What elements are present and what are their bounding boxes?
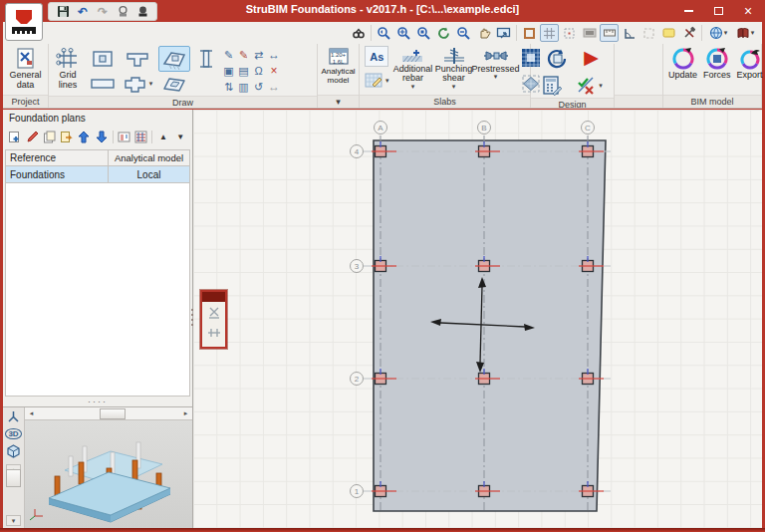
tools-button[interactable] [679, 24, 698, 42]
3d-preview-panel: 3D ▴ ▾ ◂ ▸ [3, 406, 192, 528]
bim-update-button[interactable]: Update [666, 46, 699, 82]
combined-footing-button[interactable]: ▾ [121, 72, 155, 96]
import-dxf-button[interactable] [117, 130, 129, 144]
analytical-model-button[interactable]: 1.20+ 1.6L Analytical model [319, 46, 357, 87]
analytical-icon-text2: 1.6L [333, 59, 345, 66]
texture-toggle[interactable] [580, 24, 599, 42]
prestressed-button[interactable]: Prestressed ▾ [475, 46, 517, 80]
web-button[interactable]: ▾ [705, 24, 731, 42]
axes-button[interactable] [5, 409, 22, 424]
print-button[interactable] [115, 4, 130, 19]
punching-shear-button[interactable]: Punching shear ▾ [435, 46, 473, 90]
array-button[interactable]: ▥ [238, 81, 248, 94]
redo-button[interactable]: ↷ [95, 4, 111, 19]
undo-button[interactable]: ↶ [75, 4, 91, 19]
ribbon-group-draw: Grid lines [49, 44, 318, 108]
edit-plan-button[interactable] [25, 130, 38, 144]
zoom-out-button[interactable] [454, 24, 473, 42]
stamp-button[interactable] [134, 4, 150, 19]
dimension-edit-button[interactable]: ↔ [268, 80, 280, 94]
snap-toggle[interactable] [560, 24, 579, 42]
move-button[interactable]: ⇄ [254, 49, 263, 62]
sidebar-splitter-grip[interactable] [190, 301, 194, 333]
export-plan-button[interactable] [60, 130, 73, 144]
plan-canvas[interactable]: ABC4321 [193, 110, 762, 528]
omega-edge-button[interactable]: Ω [254, 65, 262, 77]
zoom-extents-button[interactable] [414, 24, 433, 42]
float-tool-1-button[interactable] [203, 304, 224, 322]
close-button[interactable]: × [733, 0, 763, 22]
frame-toggle[interactable] [520, 24, 539, 42]
vertical-scroll-thumb[interactable] [6, 469, 21, 487]
check-results-button[interactable]: ▾ [574, 74, 605, 98]
bim-export-button[interactable]: Export [735, 46, 765, 82]
column-header-reference[interactable]: Reference [5, 149, 109, 166]
3d-view-button[interactable]: 3D [5, 426, 22, 441]
zoom-window-button[interactable] [394, 24, 413, 42]
delete-dimension-button[interactable]: × [270, 64, 277, 78]
pile-cap-button[interactable] [158, 46, 190, 72]
expand-panel-button[interactable]: ▼ [174, 130, 187, 144]
general-data-button[interactable]: General data [6, 46, 45, 92]
analytical-dropdown-caret[interactable]: ▾ [318, 95, 359, 108]
additional-rebar-button[interactable]: Additional rebar ▾ [393, 46, 433, 90]
maximize-button[interactable] [703, 0, 733, 22]
copy-button[interactable]: ▣ [223, 65, 233, 78]
horizontal-scroll-thumb[interactable] [100, 408, 126, 419]
search-button[interactable] [349, 24, 368, 42]
grid-toggle[interactable] [540, 24, 559, 42]
floating-toolbar[interactable] [200, 290, 227, 349]
cell-reference[interactable]: Foundations [5, 166, 109, 183]
foundation-plan-drawing[interactable]: ABC4321 [193, 110, 762, 528]
bim-forces-button[interactable]: Forces [701, 46, 733, 82]
scroll-down-button[interactable]: ▾ [6, 515, 21, 526]
save-button[interactable] [55, 4, 71, 19]
dimension-button[interactable]: ↔ [268, 48, 280, 62]
solid-view-button[interactable] [5, 443, 22, 458]
move-up-button[interactable] [78, 130, 91, 144]
mirror-button[interactable]: ▤ [238, 65, 248, 78]
minimize-button[interactable] [673, 0, 703, 22]
pan-button[interactable] [474, 24, 493, 42]
app-logo-icon[interactable] [5, 3, 43, 41]
column-button[interactable] [196, 46, 216, 72]
rebar-text-button[interactable]: As [365, 46, 388, 67]
beam-button[interactable] [88, 74, 118, 94]
scroll-right-button[interactable]: ▸ [179, 408, 192, 419]
ortho-toggle[interactable] [620, 24, 638, 42]
scroll-left-button[interactable]: ◂ [25, 408, 38, 419]
edit-pencil-button[interactable]: ✎ [224, 49, 233, 62]
rotate-button[interactable]: ↺ [254, 81, 263, 94]
move-down-button[interactable] [95, 130, 108, 144]
panel-splitter[interactable]: ···· [3, 397, 192, 406]
float-tool-2-button[interactable] [203, 324, 224, 342]
pad-footing-button[interactable] [89, 47, 117, 71]
copy-plan-button[interactable] [43, 130, 56, 144]
calculator-button[interactable] [540, 74, 564, 98]
3d-viewport[interactable] [25, 420, 192, 528]
ruler-toggle[interactable] [600, 24, 619, 42]
redraw-button[interactable] [434, 24, 453, 42]
dimension-tools: ↔ × ↔ [268, 47, 280, 95]
calculate-run-button[interactable]: ▶ [582, 46, 601, 69]
collapse-panel-button[interactable]: ▲ [156, 130, 169, 144]
mesh-edit-button[interactable]: ▾ [363, 70, 391, 91]
capture-button[interactable] [494, 24, 513, 42]
floating-toolbar-header[interactable] [202, 292, 225, 302]
grid-lines-button[interactable]: Grid lines [52, 46, 84, 92]
strip-footing-button[interactable] [123, 47, 152, 71]
add-plan-button[interactable] [8, 130, 21, 144]
selection-toggle[interactable] [639, 24, 658, 42]
update-results-button[interactable] [544, 46, 572, 72]
foundation-plans-panel: Foundation plans [3, 110, 193, 528]
stretch-button[interactable]: ⇅ [224, 81, 233, 94]
manage-dxf-button[interactable] [134, 130, 147, 144]
cell-analytical-model[interactable]: Local [109, 166, 190, 183]
zoom-previous-button[interactable] [375, 24, 393, 42]
table-row[interactable]: Foundations Local [5, 166, 190, 183]
column-header-analytical-model[interactable]: Analytical model [109, 149, 190, 166]
help-book-button[interactable]: ▾ [732, 24, 758, 42]
edit-modify-button[interactable]: ✎ [239, 49, 248, 62]
comment-button[interactable] [659, 24, 678, 42]
mat-foundation-button[interactable] [158, 72, 190, 96]
